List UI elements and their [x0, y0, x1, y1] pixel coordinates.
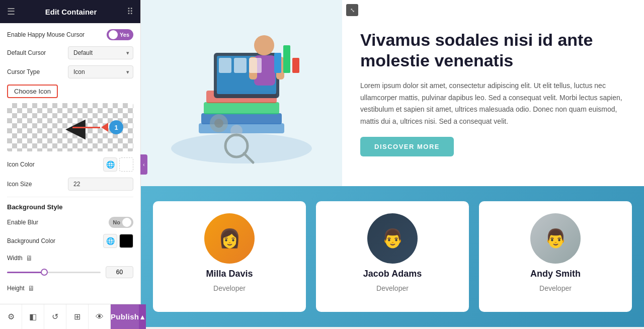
icon-color-controls: 🌐: [103, 157, 133, 172]
width-label-group: Width 🖥: [7, 254, 33, 262]
background-color-row: Background Color 🌐: [7, 234, 133, 248]
panel-title: Edit Container: [45, 8, 97, 16]
cursor-type-select[interactable]: Icon Image Custom: [68, 65, 133, 78]
width-label: Width: [7, 255, 23, 262]
team-role-0: Developer: [213, 284, 246, 292]
happy-mouse-toggle[interactable]: Yes: [107, 29, 133, 40]
default-cursor-row: Default Cursor Default Pointer None Auto: [7, 46, 133, 59]
publish-button[interactable]: Publish: [111, 304, 139, 329]
svg-rect-16: [274, 53, 281, 73]
svg-rect-17: [283, 45, 290, 73]
arrow-head: [101, 123, 108, 132]
height-label-group: Height 🖥: [7, 284, 35, 292]
width-slider-fill: [7, 272, 44, 273]
team-name-1: Jacob Adams: [363, 269, 422, 279]
monitor-icon: 🖥: [26, 254, 33, 262]
svg-point-12: [214, 119, 223, 128]
icon-size-input[interactable]: [68, 178, 133, 191]
discover-more-button[interactable]: DISCOVER MORE: [360, 137, 454, 156]
background-color-global-btn[interactable]: 🌐: [103, 234, 117, 248]
chevron-up-btn[interactable]: ▲: [139, 304, 146, 329]
team-role-2: Developer: [539, 284, 572, 292]
team-card-2: 👨 Andy Smith Developer: [479, 201, 632, 312]
history-icon-btn[interactable]: ↺: [44, 304, 66, 330]
height-label: Height: [7, 285, 25, 292]
enable-blur-label: Enable Blur: [7, 219, 38, 226]
section-divider: [7, 197, 133, 197]
default-cursor-label: Default Cursor: [7, 49, 46, 56]
toggle-no-circle: [122, 218, 131, 227]
icon-color-label: Icon Color: [7, 161, 35, 168]
team-card-0: 👩 Milla Davis Developer: [153, 201, 306, 312]
icon-size-label: Icon Size: [7, 181, 32, 188]
team-name-0: Milla Davis: [206, 269, 253, 279]
cursor-type-label: Cursor Type: [7, 68, 40, 75]
hamburger-icon[interactable]: ☰: [7, 6, 15, 17]
collapse-handle[interactable]: ‹: [140, 154, 147, 175]
left-panel: ☰ Edit Container ⠿ Enable Happy Mouse Cu…: [0, 0, 141, 329]
enable-blur-row: Enable Blur No: [7, 217, 133, 228]
svg-rect-18: [292, 58, 299, 73]
default-cursor-select[interactable]: Default Pointer None Auto: [68, 46, 133, 59]
toggle-no-label: No: [113, 219, 120, 225]
toggle-circle: [109, 30, 118, 39]
background-color-swatch[interactable]: [119, 234, 133, 248]
main-content: ⤡ Vivamus sodales nisi id ante molestie …: [141, 0, 644, 329]
cursor-type-select-wrapper: Icon Image Custom: [68, 65, 133, 78]
icon-preview-box: ◀ 1: [7, 103, 133, 151]
background-color-label: Background Color: [7, 237, 55, 244]
copy-icon-btn[interactable]: ⊞: [66, 304, 89, 330]
width-slider-thumb[interactable]: [41, 269, 48, 276]
step-badge: 1: [109, 120, 123, 134]
width-slider-wrapper: [7, 266, 133, 278]
enable-blur-toggle[interactable]: No: [109, 217, 133, 228]
icon-color-global-btn[interactable]: 🌐: [103, 157, 117, 172]
svg-rect-20: [234, 58, 247, 73]
svg-rect-3: [204, 102, 279, 114]
eye-icon-btn[interactable]: 👁: [89, 304, 111, 330]
team-name-2: Andy Smith: [530, 269, 581, 279]
svg-rect-19: [219, 58, 231, 73]
hero-title: Vivamus sodales nisi id ante molestie ve…: [360, 30, 626, 71]
width-row: Width 🖥: [7, 254, 133, 262]
happy-mouse-label: Enable Happy Mouse Cursor: [7, 31, 85, 38]
choose-icon-btn[interactable]: Choose Icon: [7, 85, 58, 98]
svg-point-0: [171, 133, 312, 163]
panel-header: ☰ Edit Container ⠿: [0, 0, 140, 23]
bottom-icons: ⚙ ◧ ↺ ⊞ 👁: [0, 304, 111, 329]
avatar-andy: 👨: [530, 213, 581, 264]
icon-size-row: Icon Size: [7, 178, 133, 191]
arrow-indicator: 1: [72, 120, 123, 134]
icon-color-row: Icon Color 🌐: [7, 157, 133, 172]
hero-section: ⤡ Vivamus sodales nisi id ante molestie …: [141, 0, 644, 186]
svg-point-7: [254, 35, 274, 55]
settings-icon-btn[interactable]: ⚙: [0, 304, 22, 330]
width-slider-track[interactable]: [7, 272, 101, 273]
layers-icon-btn[interactable]: ◧: [22, 304, 44, 330]
avatar-jacob-img: 👨: [367, 213, 418, 264]
avatar-milla: 👩: [204, 213, 255, 264]
panel-content: Enable Happy Mouse Cursor Yes Default Cu…: [0, 23, 140, 304]
background-style-title: Background Style: [7, 203, 133, 211]
hero-text-area: ⤡ Vivamus sodales nisi id ante molestie …: [342, 0, 644, 186]
width-value-input[interactable]: [106, 266, 133, 278]
happy-mouse-row: Enable Happy Mouse Cursor Yes: [7, 29, 133, 40]
avatar-jacob: 👨: [367, 213, 418, 264]
grid-icon[interactable]: ⠿: [127, 6, 133, 17]
hero-illustration: [141, 0, 342, 186]
resize-handle[interactable]: ⤡: [346, 4, 358, 16]
avatar-milla-img: 👩: [204, 213, 255, 264]
hero-svg-illustration: [153, 13, 330, 174]
height-monitor-icon: 🖥: [28, 284, 35, 292]
icon-color-swatch[interactable]: [119, 157, 133, 172]
team-role-1: Developer: [376, 284, 409, 292]
svg-rect-21: [249, 58, 262, 73]
default-cursor-select-wrapper: Default Pointer None Auto: [68, 46, 133, 59]
hero-image-area: [141, 0, 342, 186]
height-row: Height 🖥: [7, 284, 133, 292]
team-section: 👩 Milla Davis Developer 👨 Jacob Adams De…: [141, 186, 644, 327]
arrow-shaft: [72, 127, 100, 128]
team-card-1: 👨 Jacob Adams Developer: [316, 201, 469, 312]
panel-bottom: ⚙ ◧ ↺ ⊞ 👁 Publish ▲: [0, 304, 140, 329]
hero-body: Lorem ipsum dolor sit amet, consectetur …: [360, 80, 626, 128]
